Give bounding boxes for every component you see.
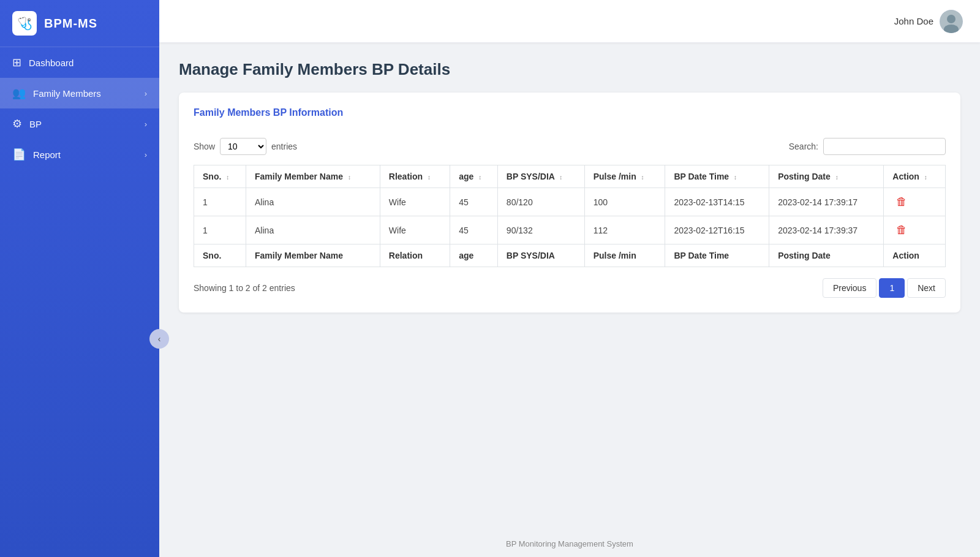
cell-action-0: 🗑	[884, 188, 946, 216]
sidebar-item-family-members[interactable]: 👥 Family Members ›	[0, 78, 159, 108]
sidebar-item-label-bp: BP	[29, 119, 42, 129]
entries-select[interactable]: 102550100	[220, 138, 266, 155]
table-row: 1AlinaWife4590/1321122023-02-12T16:15202…	[194, 216, 946, 244]
cell-name-0: Alina	[246, 188, 380, 216]
user-name: John Doe	[894, 16, 933, 26]
cell-relation-1: Wife	[380, 216, 450, 244]
data-table: Sno. ↕Family Member Name ↕Rleation ↕age …	[194, 165, 946, 267]
footer-cell-4: BP SYS/DIA	[497, 244, 584, 267]
delete-button-0[interactable]: 🗑	[892, 194, 911, 210]
cell-name-1: Alina	[246, 216, 380, 244]
cell-sno-0: 1	[194, 188, 246, 216]
table-footer-row: Sno.Family Member NameRelationageBP SYS/…	[194, 244, 946, 267]
sidebar-item-bp[interactable]: ⚙ BP ›	[0, 108, 159, 139]
footer: BP Monitoring Management System	[159, 531, 980, 557]
sort-icon-pulse: ↕	[641, 174, 644, 181]
dashboard-icon: ⊞	[12, 56, 21, 69]
app-logo-icon: 🩺	[12, 11, 37, 36]
cell-relation-0: Wife	[380, 188, 450, 216]
th-action[interactable]: Action ↕	[884, 165, 946, 188]
th-name[interactable]: Family Member Name ↕	[246, 165, 380, 188]
previous-button[interactable]: Previous	[823, 278, 876, 298]
main-content: John Doe Manage Family Members BP Detail…	[159, 0, 980, 557]
sidebar-item-label-family-members: Family Members	[33, 88, 101, 99]
sidebar-item-left-report: 📄 Report	[12, 148, 61, 161]
sidebar-item-left-family-members: 👥 Family Members	[12, 86, 101, 100]
search-area: Search:	[789, 138, 946, 155]
sidebar: 🩺 BPM-MS ⊞ Dashboard 👥 Family Members › …	[0, 0, 159, 557]
sidebar-item-report[interactable]: 📄 Report ›	[0, 139, 159, 170]
pagination-buttons: Previous 1 Next	[823, 278, 946, 298]
sidebar-item-left-bp: ⚙ BP	[12, 117, 42, 131]
sidebar-nav: ⊞ Dashboard 👥 Family Members › ⚙ BP › 📄 …	[0, 47, 159, 170]
table-row: 1AlinaWife4580/1201002023-02-13T14:15202…	[194, 188, 946, 216]
search-input[interactable]	[823, 138, 946, 155]
cell-posting_date-1: 2023-02-14 17:39:37	[769, 216, 884, 244]
next-button[interactable]: Next	[907, 278, 946, 298]
entries-label: entries	[271, 142, 297, 151]
th-age[interactable]: age ↕	[450, 165, 498, 188]
footer-cell-0: Sno.	[194, 244, 246, 267]
card-title: Family Members BP Information	[194, 107, 946, 124]
report-chevron-icon: ›	[145, 150, 147, 159]
th-posting_date[interactable]: Posting Date ↕	[769, 165, 884, 188]
sort-icon-sno: ↕	[226, 174, 229, 181]
table-header-row: Sno. ↕Family Member Name ↕Rleation ↕age …	[194, 165, 946, 188]
report-icon: 📄	[12, 148, 26, 161]
family-members-icon: 👥	[12, 86, 26, 100]
bp-chevron-icon: ›	[145, 119, 147, 129]
sort-icon-relation: ↕	[428, 174, 431, 181]
sidebar-logo: 🩺 BPM-MS	[0, 0, 159, 47]
header: John Doe	[159, 0, 980, 43]
search-label: Search:	[789, 142, 818, 151]
table-header: Sno. ↕Family Member Name ↕Rleation ↕age …	[194, 165, 946, 188]
footer-cell-8: Action	[884, 244, 946, 267]
cell-posting_date-0: 2023-02-14 17:39:17	[769, 188, 884, 216]
th-bp_date[interactable]: BP Date Time ↕	[665, 165, 769, 188]
footer-cell-3: age	[450, 244, 498, 267]
page-content: Manage Family Members BP Details Family …	[159, 43, 980, 531]
pagination-area: Showing 1 to 2 of 2 entries Previous 1 N…	[194, 278, 946, 298]
table-footer: Sno.Family Member NameRelationageBP SYS/…	[194, 244, 946, 267]
th-sno[interactable]: Sno. ↕	[194, 165, 246, 188]
th-pulse[interactable]: Pulse /min ↕	[584, 165, 665, 188]
cell-bp-0: 80/120	[497, 188, 584, 216]
table-controls: Show 102550100 entries Search:	[194, 138, 946, 155]
sort-icon-action: ↕	[924, 174, 927, 181]
cell-pulse-1: 112	[584, 216, 665, 244]
sort-icon-posting_date: ↕	[835, 174, 839, 181]
main-card: Family Members BP Information Show 10255…	[179, 93, 960, 313]
user-area: John Doe	[894, 10, 963, 33]
user-avatar	[940, 10, 963, 33]
bp-icon: ⚙	[12, 117, 22, 131]
svg-point-1	[947, 15, 956, 23]
cell-bp_date-1: 2023-02-12T16:15	[665, 216, 769, 244]
cell-age-1: 45	[450, 216, 498, 244]
show-entries-control: Show 102550100 entries	[194, 138, 297, 155]
pagination-info: Showing 1 to 2 of 2 entries	[194, 283, 295, 293]
sidebar-item-label-report: Report	[33, 150, 61, 160]
sort-icon-age: ↕	[478, 174, 481, 181]
sidebar-item-left-dashboard: ⊞ Dashboard	[12, 56, 74, 69]
th-relation[interactable]: Rleation ↕	[380, 165, 450, 188]
delete-button-1[interactable]: 🗑	[892, 222, 911, 238]
sidebar-item-label-dashboard: Dashboard	[29, 58, 74, 68]
cell-bp_date-0: 2023-02-13T14:15	[665, 188, 769, 216]
footer-cell-7: Posting Date	[769, 244, 884, 267]
family-members-chevron-icon: ›	[145, 89, 147, 98]
app-name: BPM-MS	[44, 17, 97, 31]
sort-icon-name: ↕	[348, 174, 351, 181]
footer-cell-5: Pulse /min	[584, 244, 665, 267]
page-title: Manage Family Members BP Details	[179, 60, 960, 79]
footer-text: BP Monitoring Management System	[506, 539, 633, 548]
th-bp[interactable]: BP SYS/DIA ↕	[497, 165, 584, 188]
sidebar-toggle-button[interactable]: ‹	[149, 329, 169, 349]
footer-cell-6: BP Date Time	[665, 244, 769, 267]
page-1-button[interactable]: 1	[879, 278, 905, 298]
cell-pulse-0: 100	[584, 188, 665, 216]
table-body: 1AlinaWife4580/1201002023-02-13T14:15202…	[194, 188, 946, 244]
cell-age-0: 45	[450, 188, 498, 216]
show-label: Show	[194, 142, 215, 151]
sidebar-item-dashboard[interactable]: ⊞ Dashboard	[0, 47, 159, 78]
sort-icon-bp: ↕	[559, 174, 562, 181]
